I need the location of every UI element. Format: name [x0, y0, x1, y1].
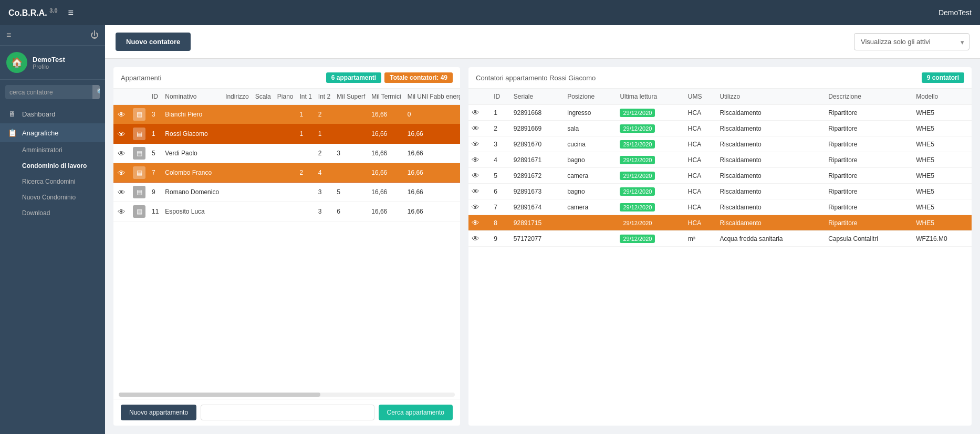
eye-cell: 👁 [113, 163, 130, 183]
piano-cell [274, 124, 297, 144]
posizione-cell: sala [564, 121, 617, 136]
device-icon-button[interactable]: ▤ [133, 205, 145, 218]
miluni-cell: 0 [404, 105, 460, 124]
power-icon[interactable]: ⏻ [90, 30, 99, 40]
device-icon-button[interactable]: ▤ [133, 166, 145, 179]
id-cell: 11 [149, 202, 162, 221]
contatori-title: Contatori appartamento Rossi Giacomo [476, 74, 596, 82]
table-row[interactable]: 👁 6 92891673 bagno 29/12/2020 HCA Riscal… [468, 184, 972, 199]
id-cell: 9 [149, 183, 162, 202]
miltermici-cell: 16,66 [368, 144, 404, 163]
eye-button[interactable]: 👁 [117, 129, 127, 140]
table-row[interactable]: 👁 1 92891668 ingresso 29/12/2020 HCA Ris… [468, 105, 972, 121]
appartamenti-panel: Appartamenti 6 appartamenti Totale conta… [113, 67, 460, 426]
col-mil-termici: Mil Termici [368, 89, 404, 105]
sidebar-item-anagrafiche[interactable]: 📋 Anagrafiche [0, 123, 105, 142]
table-row[interactable]: 👁 ▤ 7 Colombo Franco 2 4 16,66 16,66 [113, 163, 460, 183]
nuovo-contatore-button[interactable]: Nuovo contatore [116, 33, 191, 51]
profile-sub[interactable]: Profilo [33, 63, 65, 70]
search-button[interactable]: 🔍 [92, 85, 100, 99]
cerca-appartamento-button[interactable]: Cerca appartamento [379, 405, 453, 420]
milsuperf-cell [333, 105, 368, 124]
eye-button[interactable]: 👁 [117, 148, 127, 159]
eye-button[interactable]: 👁 [472, 187, 479, 196]
eye-button[interactable]: 👁 [117, 109, 127, 120]
table-row[interactable]: 👁 2 92891669 sala 29/12/2020 HCA Riscald… [468, 121, 972, 136]
cerca-appartamento-input[interactable] [201, 405, 374, 420]
nuovo-appartamento-button[interactable]: Nuovo appartamento [121, 405, 196, 420]
eye-button[interactable]: 👁 [472, 108, 479, 117]
scala-cell [252, 202, 274, 221]
miluni-cell: 16,66 [404, 183, 460, 202]
scala-cell [252, 163, 274, 183]
descrizione-cell: Ripartitore [825, 121, 913, 136]
eye-cell: 👁 [468, 231, 491, 247]
sidebar-sub-nuovo[interactable]: Nuovo Condominio [0, 189, 105, 205]
eye-cell: 👁 [468, 168, 491, 184]
horizontal-scrollbar[interactable] [119, 393, 455, 397]
eye-cell: 👁 [113, 105, 130, 124]
seriale-cell: 92891674 [510, 199, 564, 215]
table-row[interactable]: 👁 9 57172077 29/12/2020 m³ Acqua fredda … [468, 231, 972, 247]
seriale-cell: 92891672 [510, 168, 564, 184]
app-version: 3.0 [49, 7, 57, 14]
utilizzo-cell: Riscaldamento [716, 215, 825, 231]
eye-button[interactable]: 👁 [472, 203, 479, 211]
sidebar-sub-condominio[interactable]: Condominio di lavoro [0, 158, 105, 174]
table-row[interactable]: 👁 ▤ 9 Romano Domenico 3 5 16,66 16,66 [113, 183, 460, 202]
posizione-cell [564, 215, 617, 231]
milsuperf-cell [333, 124, 368, 144]
modello-cell: WHE5 [913, 215, 972, 231]
table-row[interactable]: 👁 ▤ 3 Bianchi Piero 1 2 16,66 0 [113, 105, 460, 124]
device-icon-button[interactable]: ▤ [133, 147, 145, 160]
miltermici-cell: 16,66 [368, 163, 404, 183]
table-row[interactable]: 👁 8 92891715 29/12/2020 HCA Riscaldament… [468, 215, 972, 231]
eye-button[interactable]: 👁 [117, 206, 127, 217]
sidebar-item-dashboard[interactable]: 🖥 Dashboard [0, 104, 105, 123]
sidebar-sub-ricerca[interactable]: Ricerca Condomini [0, 174, 105, 189]
filter-wrapper: Visualizza solo gli attivi Visualizza tu… [854, 33, 969, 50]
sidebar-sub-download[interactable]: Download [0, 205, 105, 221]
table-row[interactable]: 👁 ▤ 5 Verdi Paolo 2 3 16,66 16,66 [113, 144, 460, 163]
device-icon-button[interactable]: ▤ [133, 128, 145, 140]
eye-button[interactable]: 👁 [117, 187, 127, 198]
appartamenti-panel-header: Appartamenti 6 appartamenti Totale conta… [113, 67, 460, 89]
eye-cell: 👁 [113, 183, 130, 202]
ums-cell: HCA [685, 152, 717, 168]
eye-cell: 👁 [468, 152, 491, 168]
table-row[interactable]: 👁 7 92891674 camera 29/12/2020 HCA Risca… [468, 199, 972, 215]
contatori-table: ID Seriale Posizione Ultima lettura UMS … [468, 89, 972, 247]
eye-button[interactable]: 👁 [472, 171, 479, 180]
col-mil-uni: Mil UNI Fabb energia [404, 89, 460, 105]
table-row[interactable]: 👁 4 92891671 bagno 29/12/2020 HCA Riscal… [468, 152, 972, 168]
table-row[interactable]: 👁 ▤ 1 Rossi Giacomo 1 1 16,66 16,66 [113, 124, 460, 144]
hamburger-icon[interactable]: ≡ [68, 7, 74, 18]
device-icon-button[interactable]: ▤ [133, 186, 145, 198]
eye-button[interactable]: 👁 [472, 218, 479, 227]
id-cell: 3 [491, 136, 510, 152]
sidebar-sub-amministratori[interactable]: Amministratori [0, 142, 105, 158]
device-icon-button[interactable]: ▤ [133, 108, 145, 121]
eye-cell: 👁 [468, 199, 491, 215]
eye-button[interactable]: 👁 [117, 167, 127, 178]
table-row[interactable]: 👁 5 92891672 camera 29/12/2020 HCA Risca… [468, 168, 972, 184]
col-id: ID [491, 89, 510, 105]
sidebar-hamburger-icon[interactable]: ≡ [6, 30, 11, 40]
scala-cell [252, 105, 274, 124]
ums-cell: HCA [685, 168, 717, 184]
modello-cell: WHE5 [913, 199, 972, 215]
filter-select[interactable]: Visualizza solo gli attivi Visualizza tu… [854, 33, 969, 50]
ultima-lettura-cell: 29/12/2020 [617, 199, 684, 215]
table-row[interactable]: 👁 3 92891670 cucina 29/12/2020 HCA Risca… [468, 136, 972, 152]
modello-cell: WHE5 [913, 184, 972, 199]
eye-button[interactable]: 👁 [472, 155, 479, 164]
eye-button[interactable]: 👁 [472, 140, 479, 149]
int2-cell: 3 [315, 202, 333, 221]
descrizione-cell: Ripartitore [825, 105, 913, 121]
main-layout: ≡ ⏻ 🏠 DemoTest Profilo 🔍 🖥 Dashboard 📋 A… [0, 25, 980, 434]
eye-button[interactable]: 👁 [472, 124, 479, 133]
table-row[interactable]: 👁 ▤ 11 Esposito Luca 3 6 16,66 16,66 [113, 202, 460, 221]
search-input[interactable] [5, 86, 92, 99]
eye-button[interactable]: 👁 [472, 234, 479, 243]
contatori-header-row: ID Seriale Posizione Ultima lettura UMS … [468, 89, 972, 105]
